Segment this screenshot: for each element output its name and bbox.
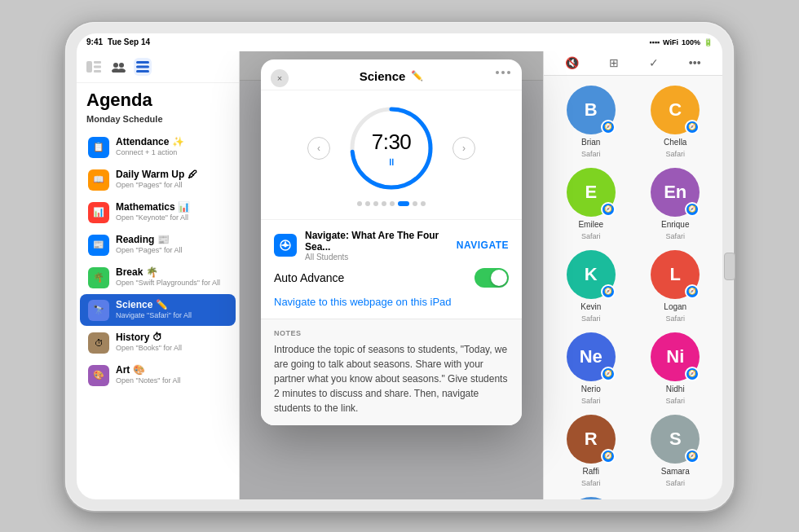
history-name: History ⏱ (116, 332, 227, 343)
list-icon[interactable] (134, 58, 152, 76)
auto-advance-row: Auto Advance (274, 262, 509, 294)
status-left: 9:41 Tue Sep 14 (86, 37, 150, 46)
art-sub: Open "Notes" for All (116, 376, 227, 385)
math-sub: Open "Keynote" for All (116, 213, 227, 222)
timer-pause-icon[interactable]: ⏸ (386, 156, 396, 167)
brian-app: Safari (581, 150, 601, 158)
agenda-item-art[interactable]: 🎨 Art 🎨 Open "Notes" for All (80, 359, 236, 391)
modal-header: × Science ✏️ (261, 59, 522, 90)
warmup-icon: 📖 (88, 169, 109, 191)
agenda-item-history[interactable]: ⏱ History ⏱ Open "Books" for All (80, 327, 236, 358)
break-icon: 🌴 (88, 267, 109, 288)
kevin-badge: 🧭 (601, 284, 616, 299)
nidhi-badge: 🧭 (685, 367, 700, 381)
mute-icon[interactable]: 🔇 (565, 56, 579, 69)
student-emilee[interactable]: E 🧭 Emilee Safari (554, 168, 629, 240)
battery-icon: 🔋 (704, 38, 713, 46)
wifi-icon: WiFi (663, 38, 678, 46)
navigate-link[interactable]: Navigate to this webpage on this iPad (274, 296, 452, 308)
science-sub: Navigate "Safari" for All (116, 311, 227, 319)
kevin-app: Safari (581, 314, 601, 323)
ipad-screen: 9:41 Tue Sep 14 ▪▪▪▪ WiFi 100% 🔋 (77, 33, 722, 499)
status-bar: 9:41 Tue Sep 14 ▪▪▪▪ WiFi 100% 🔋 (77, 33, 722, 51)
battery-display: 100% (682, 38, 700, 46)
more-icon[interactable]: ••• (689, 56, 701, 69)
raffi-name: Raffi (583, 467, 599, 476)
art-icon: 🎨 (88, 365, 109, 386)
brian-name: Brian (581, 138, 600, 147)
student-kevin[interactable]: K 🧭 Kevin Safari (554, 250, 629, 323)
student-logan[interactable]: L 🧭 Logan Safari (638, 250, 713, 323)
nidhi-name: Nidhi (666, 385, 685, 394)
sidebar-title: Agenda (77, 83, 239, 112)
edit-icon[interactable]: ✏️ (410, 69, 423, 82)
reading-sub: Open "Pages" for All (116, 246, 227, 254)
timer-prev-button[interactable]: ‹ (307, 137, 330, 160)
navigate-section: Navigate: What Are The Four Sea... All S… (261, 219, 522, 319)
svg-rect-3 (94, 70, 101, 73)
auto-advance-toggle[interactable] (475, 268, 509, 288)
student-samara[interactable]: S 🧭 Samara Safari (638, 415, 713, 487)
student-sarah[interactable]: Sa 🧭 Sarah Safari (554, 497, 629, 499)
right-panel: 🔇 ⊞ ✓ ••• B 🧭 Brian Safari (543, 51, 722, 499)
apps-icon[interactable]: ⊞ (609, 56, 619, 69)
sidebar: Agenda Monday Schedule 📋 Attendance ✨ Co… (77, 51, 240, 499)
home-button[interactable] (724, 253, 735, 280)
agenda-item-science[interactable]: 🔭 Science ✏️ Navigate "Safari" for All (80, 294, 236, 326)
student-chella[interactable]: C 🧭 Chella Safari (638, 86, 713, 158)
navigate-button[interactable]: NAVIGATE (457, 240, 509, 251)
break-sub: Open "Swift Playgrounds" for All (116, 279, 227, 287)
agenda-item-mathematics[interactable]: 📊 Mathematics 📊 Open "Keynote" for All (80, 196, 236, 228)
auto-advance-label: Auto Advance (274, 271, 344, 284)
agenda-item-warmup[interactable]: 📖 Daily Warm Up 🖊 Open "Pages" for All (80, 164, 236, 196)
agenda-item-attendance[interactable]: 📋 Attendance ✨ Connect + 1 action (80, 131, 236, 163)
modal-overlay: × Science ✏️ (240, 51, 543, 499)
student-nidhi[interactable]: Ni 🧭 Nidhi Safari (638, 332, 713, 405)
modal-close-button[interactable]: × (271, 69, 289, 87)
sidebar-toggle-icon[interactable] (85, 58, 103, 76)
time-display: 9:41 (86, 37, 103, 46)
main-content: Agenda Monday Schedule 📋 Attendance ✨ Co… (77, 51, 722, 499)
samara-name: Samara (661, 467, 690, 476)
right-toolbar: 🔇 ⊞ ✓ ••• (544, 51, 722, 76)
reading-icon: 📰 (88, 235, 109, 256)
student-enrique[interactable]: En 🧭 Enrique Safari (638, 168, 713, 240)
notes-section: NOTES Introduce the topic of seasons to … (261, 319, 522, 425)
math-name: Mathematics 📊 (116, 201, 227, 213)
student-brian[interactable]: B 🧭 Brian Safari (554, 86, 629, 158)
toggle-knob (491, 270, 507, 286)
raffi-app: Safari (581, 479, 601, 487)
timer-circle: 7:30 ⏸ (347, 103, 436, 193)
students-grid: B 🧭 Brian Safari C 🧭 Chella Safari (544, 76, 722, 499)
science-name: Science ✏️ (116, 299, 227, 310)
ipad-frame: 9:41 Tue Sep 14 ▪▪▪▪ WiFi 100% 🔋 (65, 22, 734, 511)
attendance-sub: Connect + 1 action (116, 148, 227, 156)
navigate-title: Navigate: What Are The Four Sea... (305, 230, 448, 253)
student-raffi[interactable]: R 🧭 Raffi Safari (554, 415, 629, 487)
nerio-name: Nerio (581, 385, 601, 394)
svg-point-4 (113, 63, 118, 68)
chella-app: Safari (665, 150, 685, 158)
svg-rect-10 (136, 70, 149, 73)
navigate-subtitle: All Students (305, 253, 448, 262)
notes-text: Introduce the topic of seasons to studen… (274, 342, 509, 415)
student-nerio[interactable]: Ne 🧭 Nerio Safari (554, 332, 629, 405)
sidebar-subtitle: Monday Schedule (77, 112, 239, 130)
emilee-badge: 🧭 (601, 202, 616, 217)
agenda-item-break[interactable]: 🌴 Break 🌴 Open "Swift Playgrounds" for A… (80, 262, 236, 293)
timer-display: 7:30 ⏸ (372, 129, 412, 167)
modal-dots-menu[interactable] (496, 71, 510, 74)
agenda-item-reading[interactable]: 📰 Reading 📰 Open "Pages" for All (80, 229, 236, 261)
timer-next-button[interactable]: › (452, 137, 475, 160)
timer-section: ‹ 7:30 ⏸ (261, 90, 522, 219)
agenda-list: 📋 Attendance ✨ Connect + 1 action 📖 Dail… (77, 130, 239, 392)
check-icon[interactable]: ✓ (649, 56, 659, 69)
emilee-app: Safari (581, 232, 601, 240)
break-name: Break 🌴 (116, 266, 227, 278)
logan-app: Safari (665, 314, 685, 323)
history-icon: ⏱ (88, 332, 109, 354)
emilee-name: Emilee (578, 220, 603, 229)
people-icon[interactable] (109, 58, 127, 76)
logan-badge: 🧭 (685, 284, 700, 299)
modal-title: Science ✏️ (360, 69, 424, 83)
